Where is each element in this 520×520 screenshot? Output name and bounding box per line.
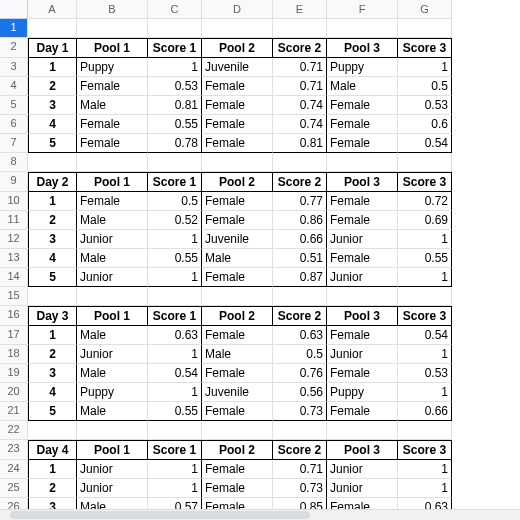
cell[interactable]: Pool 2 — [202, 38, 273, 58]
cell[interactable] — [398, 153, 452, 172]
cell[interactable] — [202, 19, 273, 38]
row-header[interactable]: 9 — [0, 172, 28, 192]
row-header[interactable]: 8 — [0, 153, 28, 172]
cell[interactable]: Pool 3 — [327, 440, 398, 460]
cell[interactable]: Female — [202, 402, 273, 421]
cell[interactable]: Pool 2 — [202, 440, 273, 460]
cell[interactable]: 0.76 — [273, 364, 327, 383]
cell[interactable]: Female — [202, 364, 273, 383]
cell[interactable] — [202, 287, 273, 306]
cell[interactable]: Pool 1 — [77, 306, 148, 326]
cell[interactable] — [28, 19, 77, 38]
row-header[interactable]: 19 — [0, 364, 28, 383]
cell[interactable]: Juvenile — [202, 383, 273, 402]
cell[interactable] — [398, 19, 452, 38]
cell[interactable]: Female — [327, 192, 398, 211]
cell[interactable]: Male — [77, 96, 148, 115]
cell[interactable]: Junior — [77, 460, 148, 479]
cell[interactable]: Juvenile — [202, 58, 273, 77]
cell[interactable]: Female — [327, 364, 398, 383]
cell[interactable] — [148, 19, 202, 38]
cell[interactable] — [273, 19, 327, 38]
cell[interactable]: Female — [202, 211, 273, 230]
cell[interactable]: 3 — [28, 96, 77, 115]
cell[interactable]: Female — [202, 77, 273, 96]
cell[interactable]: Score 1 — [148, 306, 202, 326]
cell[interactable]: Junior — [327, 230, 398, 249]
spreadsheet-grid[interactable]: ABCDEFG12Day 1Pool 1Score 1Pool 2Score 2… — [0, 0, 520, 520]
cell[interactable]: Female — [327, 211, 398, 230]
cell[interactable] — [202, 421, 273, 440]
cell[interactable]: Pool 3 — [327, 306, 398, 326]
cell[interactable]: Junior — [327, 479, 398, 498]
cell[interactable]: 0.5 — [273, 345, 327, 364]
cell[interactable]: 0.69 — [398, 211, 452, 230]
cell[interactable]: Score 2 — [273, 38, 327, 58]
cell[interactable] — [148, 153, 202, 172]
cell[interactable]: 0.6 — [398, 115, 452, 134]
column-header-c[interactable]: C — [148, 0, 202, 19]
cell[interactable]: Pool 3 — [327, 38, 398, 58]
cell[interactable]: 4 — [28, 115, 77, 134]
cell[interactable]: Score 2 — [273, 306, 327, 326]
cell[interactable]: 0.87 — [273, 268, 327, 287]
cell[interactable]: Female — [202, 479, 273, 498]
row-header[interactable]: 4 — [0, 77, 28, 96]
cell[interactable]: 4 — [28, 383, 77, 402]
cell[interactable] — [327, 19, 398, 38]
cell[interactable]: Male — [202, 249, 273, 268]
cell[interactable]: Female — [202, 134, 273, 153]
cell[interactable]: Pool 1 — [77, 172, 148, 192]
cell[interactable]: 2 — [28, 211, 77, 230]
cell[interactable]: 5 — [28, 268, 77, 287]
cell[interactable]: Score 1 — [148, 38, 202, 58]
row-header[interactable]: 24 — [0, 460, 28, 479]
row-header[interactable]: 10 — [0, 192, 28, 211]
cell[interactable]: Male — [327, 77, 398, 96]
cell[interactable]: 1 — [398, 383, 452, 402]
cell[interactable]: Pool 2 — [202, 172, 273, 192]
row-header[interactable]: 1 — [0, 19, 28, 38]
cell[interactable]: Score 3 — [398, 172, 452, 192]
cell[interactable]: 0.78 — [148, 134, 202, 153]
cell[interactable]: Female — [327, 115, 398, 134]
cell[interactable] — [28, 287, 77, 306]
cell[interactable] — [77, 421, 148, 440]
cell[interactable]: 0.55 — [398, 249, 452, 268]
row-header[interactable]: 14 — [0, 268, 28, 287]
cell[interactable] — [148, 287, 202, 306]
cell[interactable]: 3 — [28, 364, 77, 383]
cell[interactable]: 1 — [148, 58, 202, 77]
cell[interactable]: Male — [202, 345, 273, 364]
cell[interactable]: 1 — [148, 230, 202, 249]
cell[interactable]: Juvenile — [202, 230, 273, 249]
horizontal-scrollbar[interactable] — [0, 509, 520, 520]
cell[interactable]: Day 4 — [28, 440, 77, 460]
cell[interactable]: Male — [77, 249, 148, 268]
cell[interactable]: Junior — [77, 479, 148, 498]
cell[interactable]: 0.81 — [148, 96, 202, 115]
cell[interactable]: Score 1 — [148, 440, 202, 460]
row-header[interactable]: 6 — [0, 115, 28, 134]
cell[interactable]: 1 — [398, 268, 452, 287]
cell[interactable]: 1 — [28, 460, 77, 479]
cell[interactable]: 0.66 — [398, 402, 452, 421]
column-header-d[interactable]: D — [202, 0, 273, 19]
cell[interactable]: Female — [327, 249, 398, 268]
cell[interactable]: 0.66 — [273, 230, 327, 249]
cell[interactable]: 2 — [28, 479, 77, 498]
cell[interactable]: 5 — [28, 402, 77, 421]
cell[interactable]: 0.63 — [148, 326, 202, 345]
cell[interactable]: 0.63 — [273, 326, 327, 345]
cell[interactable]: Score 2 — [273, 440, 327, 460]
cell[interactable]: Day 2 — [28, 172, 77, 192]
cell[interactable]: Female — [327, 402, 398, 421]
cell[interactable]: 0.74 — [273, 96, 327, 115]
cell[interactable]: 0.54 — [398, 326, 452, 345]
cell[interactable]: 0.55 — [148, 115, 202, 134]
cell[interactable] — [77, 19, 148, 38]
cell[interactable]: Junior — [327, 460, 398, 479]
cell[interactable]: Junior — [77, 230, 148, 249]
cell[interactable] — [28, 153, 77, 172]
row-header[interactable]: 22 — [0, 421, 28, 440]
